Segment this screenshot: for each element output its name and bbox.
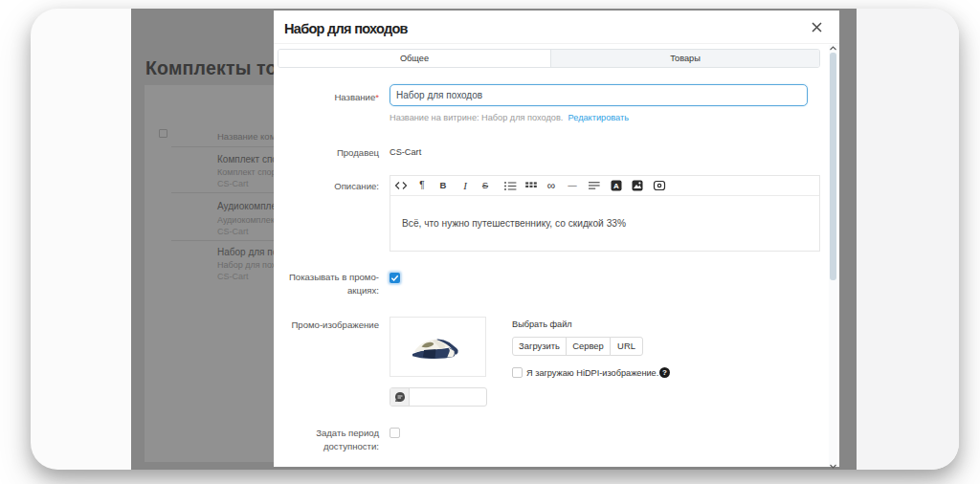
- svg-text:A: A: [613, 182, 619, 190]
